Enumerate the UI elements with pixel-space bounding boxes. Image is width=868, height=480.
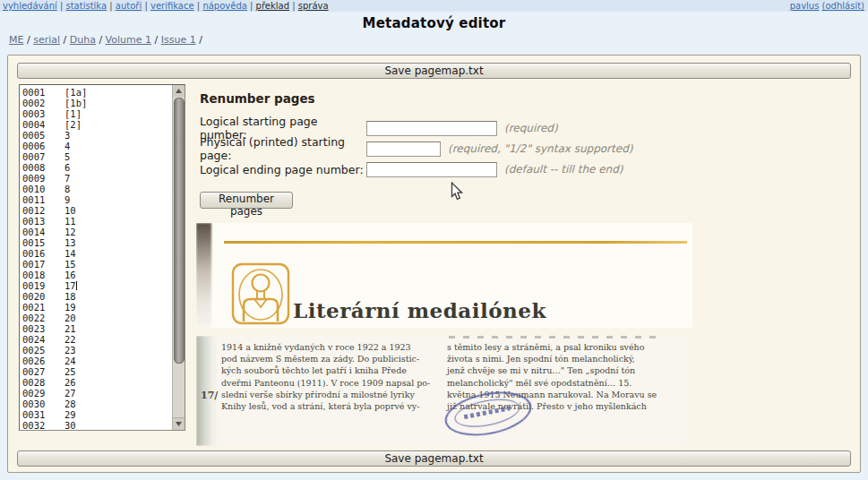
pagemap-row: 001311 xyxy=(22,216,172,227)
page-label: [2] xyxy=(64,119,82,130)
nav-link-1[interactable]: statistika xyxy=(65,1,107,11)
physical-start-input[interactable] xyxy=(366,141,441,157)
logical-start-input[interactable] xyxy=(366,121,497,136)
pagemap-row: 002220 xyxy=(22,313,172,323)
save-pagemap-button-top[interactable]: Save pagemap.txt xyxy=(17,63,851,79)
page-label: 7 xyxy=(64,173,70,184)
page-id: 0029 xyxy=(22,388,64,399)
nav-link-6[interactable]: správa xyxy=(298,1,329,11)
scan-preview-text-image: 17/ 1914 a knižně vydaných v roce 1922 a… xyxy=(196,336,686,446)
page-label: 13 xyxy=(64,237,76,248)
breadcrumb-link-3[interactable]: Volume 1 xyxy=(106,34,151,46)
pagemap-row: 001513 xyxy=(22,237,172,248)
scroll-up-arrow-icon[interactable] xyxy=(173,85,185,97)
page-label: 24 xyxy=(64,356,76,366)
logical-end-input[interactable] xyxy=(366,162,497,177)
page-label: 29 xyxy=(64,409,76,420)
scan-text-line: 1914 a knižně vydaných v roce 1922 a 192… xyxy=(221,341,445,353)
pagemap-row: 002624 xyxy=(22,356,172,366)
page-id: 0010 xyxy=(22,184,64,194)
page-label: 9 xyxy=(64,194,70,205)
save-pagemap-button-bottom[interactable]: Save pagemap.txt xyxy=(17,450,851,467)
logout-link[interactable]: (odhlásit) xyxy=(822,1,864,11)
page-id: 0012 xyxy=(22,205,64,216)
pagemap-row: 00075 xyxy=(22,151,172,162)
text-caret xyxy=(76,281,77,290)
scan-preview-header-image: Literární medailónek xyxy=(196,223,692,328)
page-id: 0013 xyxy=(22,216,64,227)
scroll-down-arrow-icon[interactable] xyxy=(173,417,185,430)
pagemap-row: 00064 xyxy=(22,141,172,151)
pagemap-row: 00119 xyxy=(22,194,172,205)
page-label: 19 xyxy=(64,302,76,313)
page-label: [1b] xyxy=(64,98,87,108)
pagemap-row: 001715 xyxy=(22,259,172,270)
page-id: 0017 xyxy=(22,259,64,270)
user-link[interactable]: pavlus xyxy=(790,1,820,11)
cropped-line-fragment xyxy=(449,336,664,339)
nav-link-2[interactable]: autoři xyxy=(116,1,142,11)
logical-end-hint: (default -- till the end) xyxy=(504,163,623,176)
form-row-logical-start: Logical starting page number: (required) xyxy=(200,120,558,136)
page-id: 0001 xyxy=(22,87,64,98)
nav-separator: | xyxy=(142,1,150,11)
page-label: 4 xyxy=(64,141,70,151)
logical-end-label: Logical ending page number: xyxy=(200,163,366,176)
page-id: 0016 xyxy=(22,248,64,259)
pagemap-row: 00086 xyxy=(22,162,172,173)
breadcrumb-link-4[interactable]: Issue 1 xyxy=(161,34,196,46)
breadcrumb-separator: / xyxy=(23,34,33,46)
pagemap-row: 003028 xyxy=(22,399,172,409)
scan-text-line: melancholický" měl své opodstatnění… 15. xyxy=(447,377,678,389)
nav-link-3[interactable]: verifikace xyxy=(150,1,194,11)
page-id: 0030 xyxy=(22,399,64,409)
mouse-cursor-icon xyxy=(450,182,464,204)
breadcrumb-link-1[interactable]: serial xyxy=(33,34,60,46)
page-label: 3 xyxy=(64,130,70,141)
person-medallion-icon xyxy=(231,262,290,328)
renumber-pages-button[interactable]: Renumber pages xyxy=(200,192,293,209)
pagemap-row: 001210 xyxy=(22,205,172,216)
pagemap-row: 003230 xyxy=(22,420,172,430)
scan-text-line: jenž chvěje se mi v nitru…" Ten „spodní … xyxy=(447,364,678,376)
page-id: 0032 xyxy=(22,420,64,430)
scan-text-line: života s nimi. Jen spodní tón melancholi… xyxy=(447,353,678,364)
scan-text-line: dveřmi Panteonu (1911). V roce 1909 naps… xyxy=(221,377,445,389)
pagemap-row: 00097 xyxy=(22,173,172,184)
pagemap-row: 0003[1] xyxy=(22,108,172,119)
form-row-logical-end: Logical ending page number: (default -- … xyxy=(200,161,623,177)
pagemap-row: 00108 xyxy=(22,184,172,194)
nav-link-4[interactable]: nápověda xyxy=(202,1,246,11)
nav-links: vyhledávání | statistika | autoři | veri… xyxy=(3,0,329,12)
metadata-editor-page: vyhledávání | statistika | autoři | veri… xyxy=(0,0,868,480)
scan-text-line: slední verše sbírky přírodní a milostné … xyxy=(221,389,445,400)
nav-link-0[interactable]: vyhledávání xyxy=(3,1,57,11)
pagemap-row: 001816 xyxy=(22,270,172,280)
pagemap-row: 002422 xyxy=(22,334,172,345)
page-id: 0014 xyxy=(22,227,64,237)
page-id: 0028 xyxy=(22,377,64,388)
pagemap-scrollbar[interactable] xyxy=(172,85,185,430)
pagemap-textarea[interactable]: 0001[1a]0002[1b]0003[1]0004[2]0005300064… xyxy=(19,84,185,431)
scrollbar-thumb[interactable] xyxy=(174,98,185,364)
page-id: 0031 xyxy=(22,409,64,420)
page-label: [1] xyxy=(64,108,82,119)
page-label: 8 xyxy=(64,184,70,194)
scan-text-line: Knihy lesů, vod a strání, která byla pop… xyxy=(221,400,445,412)
breadcrumb-link-0[interactable]: ME xyxy=(9,34,23,46)
page-label: 30 xyxy=(64,420,76,430)
scan-column-left: 1914 a knižně vydaných v roce 1922 a 192… xyxy=(221,341,445,412)
page-label: 12 xyxy=(64,227,76,237)
page-id: 0018 xyxy=(22,270,64,280)
page-id: 0020 xyxy=(22,291,64,302)
form-row-physical-start: Physical (printed) starting page: (requi… xyxy=(200,141,632,157)
nav-separator: | xyxy=(247,1,256,11)
page-label: 28 xyxy=(64,399,76,409)
page-label: 18 xyxy=(64,291,76,302)
page-id: 0003 xyxy=(22,108,64,119)
user-box: pavlus (odhlásit) xyxy=(790,0,864,12)
nav-link-5[interactable]: překlad xyxy=(256,1,289,11)
breadcrumb-separator: / xyxy=(151,34,161,46)
breadcrumb-link-2[interactable]: Duha xyxy=(70,34,96,46)
renumber-pages-heading: Renumber pages xyxy=(200,91,315,106)
